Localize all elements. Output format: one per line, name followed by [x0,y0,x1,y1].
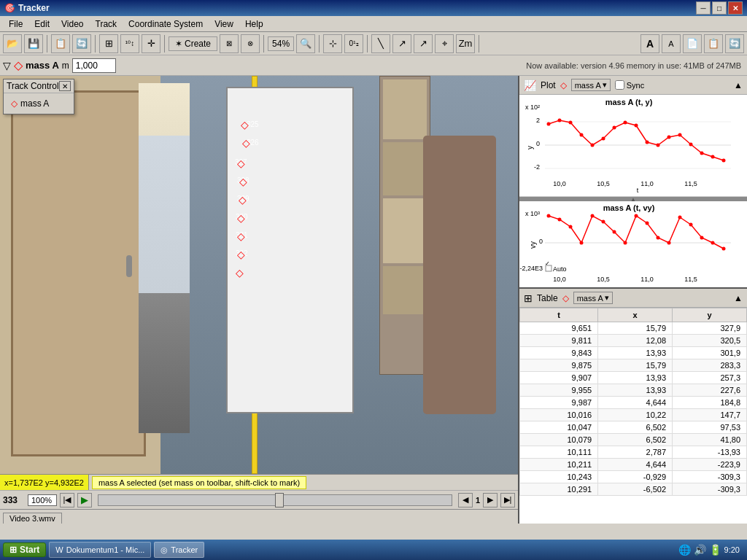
table-cell: 10,22 [598,409,673,421]
track-mass-input[interactable] [72,58,116,73]
system-tray: 🌐 🔊 🔋 9:20 [674,544,744,556]
svg-point-45 [700,152,704,155]
protractor-btn[interactable]: ⌖ [435,34,454,53]
num-btn[interactable]: 0¹₂ [344,34,363,53]
table-scroll[interactable]: t x y 9,65115,79327,99,81112,08320,59,84… [519,308,747,524]
svg-point-31 [547,122,551,126]
font-up-btn[interactable]: A [640,34,659,53]
open-button[interactable]: 📂 [3,34,22,53]
track-control-item-massa[interactable]: ◇ mass A [7,96,71,111]
table-row[interactable]: 9,65115,79327,9 [520,322,747,335]
track-control-close-btn[interactable]: ✕ [59,81,71,91]
timeline-slider[interactable] [98,494,452,506]
track-dropdown[interactable]: ▽ [3,60,11,71]
tape-btn[interactable]: Zm [456,34,475,53]
svg-text:10,0: 10,0 [553,180,566,187]
plot2-svg: mass A (t, vy) x 10³ vy 0 -2,24E3 10,0 1… [519,201,738,285]
svg-point-68 [624,241,627,245]
table-row[interactable]: 10,01610,22147,7 [520,409,747,421]
door-panel [11,90,146,456]
table-row[interactable]: 10,0476,50297,53 [520,421,747,434]
arrow-btn[interactable]: ↗ [392,34,411,53]
play-btn[interactable]: ▶ [77,493,92,508]
taskbar-app-word[interactable]: W Dokumentum1 - Mic... [49,542,151,558]
step-end-btn[interactable]: ▶| [500,493,515,508]
table-row[interactable]: 10,1112,787-13,93 [520,446,747,459]
plot1-sync[interactable]: Sync [615,80,644,90]
create-button[interactable]: ✶ Create [169,36,217,51]
maximize-button[interactable]: □ [712,1,727,15]
grid-button[interactable]: ⊞ [99,34,118,53]
svg-point-37 [613,126,616,130]
table-row[interactable]: 9,81112,08320,5 [520,335,747,347]
menu-help[interactable]: Help [239,18,269,31]
table-cell: 10,016 [520,409,598,421]
next-frame-btn[interactable]: ▶ [483,493,498,508]
step-back-start-btn[interactable]: |◀ [60,493,74,508]
prev-frame-btn[interactable]: ◀ [458,493,473,508]
undo-btn[interactable]: 🔄 [725,34,744,53]
svg-text:y: y [526,146,534,149]
minimize-button[interactable]: ─ [696,1,711,15]
col-t[interactable]: t [520,308,598,322]
video-tab[interactable]: Video 3.wmv [3,513,62,524]
table-collapse-btn[interactable]: ▲ [734,293,743,303]
table-row[interactable]: 10,291-6,502-309,3 [520,483,747,496]
close-button[interactable]: ✕ [728,1,743,15]
clip-button[interactable]: 📋 [51,34,70,53]
table-track-select[interactable]: mass A ▾ [573,292,613,304]
copy-btn[interactable]: 📄 [683,34,702,53]
table-cell: 10,111 [520,446,598,459]
plot1-collapse-btn[interactable]: ▲ [734,80,743,90]
svg-point-33 [569,121,573,125]
axis-button[interactable]: ✛ [142,34,160,53]
table-row[interactable]: 9,84313,93301,9 [520,347,747,359]
arrow2-btn[interactable]: ↗ [414,34,433,53]
speed-input[interactable] [28,494,57,506]
track-type-btn[interactable]: ⊠ [220,34,239,53]
table-row[interactable]: 10,0796,50241,80 [520,434,747,446]
data-table: t x y 9,65115,79327,99,81112,08320,59,84… [519,308,747,496]
table-cell: 13,93 [598,372,673,384]
delete-btn[interactable]: ⊗ [241,34,260,53]
start-button[interactable]: ⊞ Start [3,542,46,557]
refresh-button[interactable]: 🔄 [72,34,91,53]
zoom-display[interactable]: 54% [268,36,294,51]
table-row[interactable]: 9,90713,93257,3 [520,372,747,384]
table-row[interactable]: 10,243-0,929-309,3 [520,471,747,483]
table-cell: 10,291 [520,483,598,496]
sep7 [479,35,479,52]
paste-btn[interactable]: 📋 [704,34,723,53]
pointer-btn[interactable]: ⊹ [323,34,342,53]
video-area[interactable]: 325 ◇ 326 ◇ 327 ◇ 328 ◇ 329 ◇ 330 ◇ 331 … [0,76,518,474]
col-y[interactable]: y [673,308,747,322]
zoom-fit[interactable]: 🔍 [296,34,315,53]
table-row[interactable]: 9,9874,644184,8 [520,397,747,409]
plot1-icon[interactable]: 📈 [524,79,536,91]
plot1-header: 📈 Plot ◇ mass A ▾ Sync ▲ [519,76,747,95]
draw-btn[interactable]: ╲ [371,34,390,53]
tracker-icon: ◎ [160,545,168,555]
table-cell: 2,787 [598,446,673,459]
slider-thumb[interactable] [275,493,284,508]
table-row[interactable]: 9,87515,79283,3 [520,359,747,372]
svg-text:-2,24E3: -2,24E3 [519,265,543,272]
menu-edit[interactable]: Edit [28,18,55,31]
sync-checkbox[interactable] [615,80,624,90]
save-button[interactable]: 💾 [24,34,43,53]
taskbar-app-tracker[interactable]: ◎ Tracker [154,542,204,558]
font-down-btn[interactable]: A [662,34,681,53]
menu-video[interactable]: Video [55,18,89,31]
calib-button[interactable]: ¹⁰↕ [120,34,139,53]
table-cell: 227,6 [673,384,747,397]
menu-track[interactable]: Track [90,18,123,31]
svg-text:◇: ◇ [236,267,244,279]
plot1-track-select[interactable]: mass A ▾ [571,79,611,91]
menu-file[interactable]: File [3,18,28,31]
menu-view[interactable]: View [209,18,239,31]
table-row[interactable]: 10,2114,644-223,9 [520,459,747,471]
col-x[interactable]: x [598,308,673,322]
menu-coord[interactable]: Coordinate System [123,18,209,31]
table-row[interactable]: 9,95513,93227,6 [520,384,747,397]
svg-point-34 [580,133,584,137]
